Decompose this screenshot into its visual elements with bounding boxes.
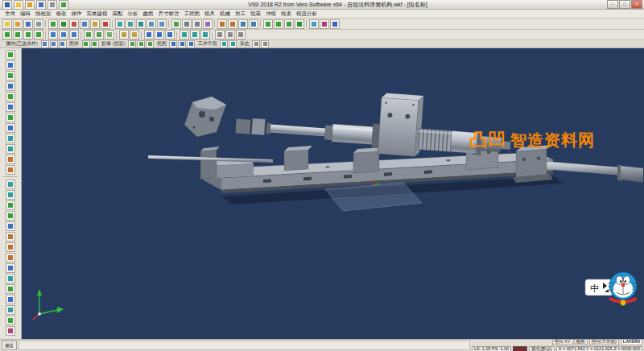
render-mode-icon[interactable] (94, 30, 104, 39)
side-view-icon[interactable] (284, 19, 294, 29)
open-file-icon[interactable] (13, 19, 23, 29)
ellipse-tool-icon[interactable] (6, 123, 15, 133)
measure-body-tool-icon[interactable] (6, 326, 15, 336)
workplane-xy-icon[interactable] (180, 30, 189, 39)
view-manager-icon[interactable] (144, 30, 154, 39)
maximize-button[interactable]: □ (619, 0, 630, 9)
menu-item-15[interactable]: 冲模 (263, 10, 279, 18)
scale-status[interactable]: LS: 1.00 PS: 1.00 (472, 346, 511, 351)
attribute-layer-icon[interactable] (59, 40, 67, 48)
delete-icon[interactable] (101, 19, 110, 29)
shaded-render-icon[interactable] (128, 40, 136, 48)
system-macro-icon[interactable] (261, 40, 269, 48)
query-element-icon[interactable] (2, 30, 12, 39)
workplane-yz-icon[interactable] (200, 30, 210, 39)
zoom-in-icon[interactable] (115, 19, 125, 29)
line-tool-icon[interactable] (6, 60, 15, 70)
close-button[interactable]: × (631, 0, 642, 9)
workplane-status[interactable]: 绝对(工作面) (589, 339, 619, 345)
minimize-button[interactable]: – (607, 0, 618, 9)
workplane-origin-icon[interactable] (229, 40, 237, 48)
loft-tool-icon[interactable] (6, 211, 15, 221)
app-logo-icon[interactable] (2, 0, 12, 10)
menu-item-10[interactable]: 工程图 (182, 10, 203, 18)
snap-settings-icon[interactable] (236, 30, 246, 39)
draft-feature-tool-icon[interactable] (6, 284, 15, 294)
menu-item-17[interactable]: 模流分析 (294, 10, 320, 18)
graphics-style-icon[interactable] (82, 40, 90, 48)
menu-item-0[interactable]: 文件 (2, 10, 18, 18)
menu-item-16[interactable]: 线束 (279, 10, 294, 18)
system-options-icon[interactable] (252, 40, 260, 48)
isometric-view-icon[interactable] (295, 19, 304, 29)
print-document-icon[interactable] (47, 0, 57, 10)
print-icon[interactable] (34, 19, 43, 29)
layer-manager-icon[interactable] (217, 19, 227, 29)
active-color-swatch[interactable] (513, 346, 527, 351)
attribute-line-icon[interactable] (50, 40, 58, 48)
grid-toggle-icon[interactable] (225, 30, 235, 39)
extrude-tool-icon[interactable] (6, 180, 15, 189)
undo-action-icon[interactable] (59, 0, 68, 10)
menu-item-6[interactable]: 装配 (110, 10, 126, 18)
workplane-xz-icon[interactable] (190, 30, 200, 39)
transparency-mode-icon[interactable] (105, 30, 114, 39)
circle-tool-icon[interactable] (6, 81, 15, 91)
orbit-icon[interactable] (157, 19, 167, 29)
new-file-icon[interactable] (2, 19, 12, 29)
top-view-icon[interactable] (274, 19, 283, 29)
attribute-color-icon[interactable] (41, 40, 49, 48)
image-capture-icon[interactable] (119, 30, 129, 39)
flat-render-icon[interactable] (137, 40, 145, 48)
copy-icon[interactable] (80, 19, 89, 29)
hole-feature-tool-icon[interactable] (6, 263, 15, 273)
trim-tool-icon[interactable] (6, 155, 15, 164)
layer-status[interactable]: LAYER0 (621, 339, 642, 345)
3d-viewport[interactable]: 中 (22, 48, 644, 339)
open-document-icon[interactable] (25, 0, 35, 10)
entity-selection-icon[interactable] (249, 19, 258, 29)
perspective-view-icon[interactable] (203, 19, 213, 29)
menu-item-14[interactable]: 组装 (248, 10, 263, 18)
menu-item-7[interactable]: 分析 (126, 10, 141, 18)
pan-icon[interactable] (147, 19, 156, 29)
boolean-subtract-tool-icon[interactable] (6, 242, 15, 252)
selection-filter-icon[interactable] (238, 19, 248, 29)
measure-radius-icon[interactable] (34, 30, 43, 39)
hidden-line-view-icon[interactable] (192, 19, 202, 29)
extend-tool-icon[interactable] (6, 165, 15, 175)
graphics-quality-icon[interactable] (91, 40, 99, 48)
zoom-fit-icon[interactable] (136, 19, 146, 29)
measure-distance-icon[interactable] (13, 30, 23, 39)
measure-icon[interactable] (320, 19, 329, 29)
pattern-feature-tool-icon[interactable] (6, 295, 15, 304)
boolean-intersect-tool-icon[interactable] (6, 253, 15, 262)
menu-item-4[interactable]: 操作 (69, 10, 85, 18)
wireframe-view-icon[interactable] (182, 19, 192, 29)
front-view-icon[interactable] (263, 19, 273, 29)
view-top-icon[interactable] (169, 40, 177, 48)
dynamic-zoom-icon[interactable] (69, 30, 79, 39)
snap-status[interactable]: 捕捉 (2, 341, 17, 350)
system-settings-icon[interactable] (215, 30, 225, 39)
spline-tool-icon[interactable] (6, 113, 15, 122)
arc-tool-icon[interactable] (6, 71, 15, 81)
view-iso-icon[interactable] (187, 40, 195, 48)
rib-feature-tool-icon[interactable] (6, 274, 15, 283)
shading-mode-icon[interactable] (84, 30, 93, 39)
workplane-align-icon[interactable] (220, 40, 228, 48)
paste-icon[interactable] (90, 19, 100, 29)
menu-item-5[interactable]: 实体建模 (85, 10, 110, 18)
revolve-tool-icon[interactable] (6, 190, 15, 200)
mirror-feature-tool-icon[interactable] (6, 305, 15, 315)
menu-item-12[interactable]: 机械 (217, 10, 233, 18)
cut-icon[interactable] (69, 19, 79, 29)
save-file-icon[interactable] (23, 19, 33, 29)
model-transparent-plane[interactable] (325, 183, 422, 211)
menu-item-13[interactable]: 加工 (233, 10, 248, 18)
undo-icon[interactable] (48, 19, 58, 29)
dynamic-rotate-icon[interactable] (48, 30, 58, 39)
next-view-icon[interactable] (165, 30, 175, 39)
dynamic-pan-icon[interactable] (59, 30, 68, 39)
view-status[interactable]: 绝对 XY 上视图 (552, 339, 588, 345)
